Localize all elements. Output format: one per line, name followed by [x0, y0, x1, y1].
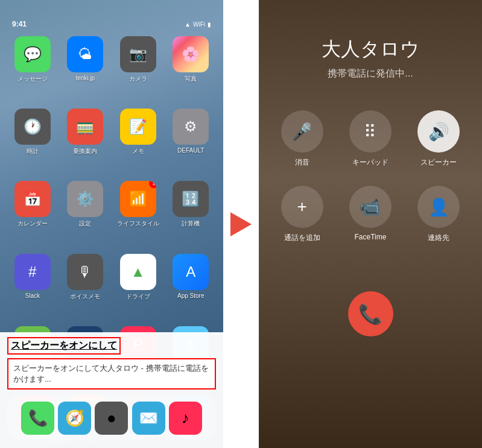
app-icon: 🔢 — [173, 181, 209, 217]
app-item[interactable]: AApp Store — [168, 254, 215, 317]
app-item[interactable]: ⚙️設定 — [62, 181, 109, 244]
app-icon-glyph: ⚙️ — [76, 191, 94, 207]
app-item[interactable]: ▲ドライブ — [115, 254, 162, 317]
app-icon-glyph: 📷 — [129, 46, 147, 63]
end-call-button[interactable]: 📞 — [348, 291, 393, 336]
app-icon: ⚙ — [173, 109, 209, 145]
battery-icon: ▮ — [208, 21, 211, 28]
app-icon-glyph: 📶 — [129, 191, 147, 207]
phone-right: 大人タロウ 携帯電話に発信中... 🎤消音⠿キーパッド🔊スピーカー+通話を追加📹… — [259, 0, 482, 448]
app-label: 写真 — [185, 75, 197, 83]
app-icon: 🕐 — [14, 109, 51, 145]
app-item[interactable]: 1📶ライフスタイル — [115, 181, 162, 244]
app-icon-glyph: 🚃 — [76, 118, 94, 135]
caller-name: 大人タロウ — [322, 36, 420, 63]
app-item[interactable]: 📷カメラ — [115, 36, 162, 99]
arrow-container — [223, 0, 259, 448]
app-icon-glyph: 🕐 — [24, 118, 42, 135]
app-icon-glyph: ⚙ — [184, 118, 197, 135]
app-label: メッセージ — [17, 75, 48, 83]
app-label: 乗換案内 — [73, 147, 97, 156]
end-call-icon: 📞 — [358, 303, 382, 326]
app-item[interactable]: ⚙DEFAULT — [168, 109, 215, 172]
app-icon: # — [14, 254, 51, 290]
app-item[interactable]: 🌸写真 — [168, 36, 215, 99]
app-item[interactable]: 💬メッセージ — [9, 36, 56, 99]
status-bar: 9:41 ▲ WiFi ▮ — [9, 18, 214, 30]
app-label: カレンダー — [17, 219, 48, 228]
app-label: メモ — [132, 147, 144, 156]
app-icon: A — [173, 254, 209, 290]
call-btn-circle: + — [281, 186, 323, 228]
app-item[interactable]: 🌤tenki.jp — [62, 36, 109, 99]
app-icon: 🎙 — [67, 254, 103, 290]
app-label: ライフスタイル — [117, 219, 159, 228]
app-label: ドライブ — [126, 292, 150, 301]
app-label: 設定 — [79, 219, 91, 228]
app-label: 計算機 — [182, 219, 200, 228]
call-buttons: 🎤消音⠿キーパッド🔊スピーカー+通話を追加📹FaceTime👤連絡先 — [274, 110, 467, 243]
call-btn-label: 消音 — [295, 157, 309, 168]
app-icon-glyph: 🎙 — [78, 263, 92, 280]
app-item[interactable]: 🎙ボイスメモ — [62, 254, 109, 317]
app-item[interactable]: 📅カレンダー — [9, 181, 56, 244]
call-btn-label: キーパッド — [352, 157, 388, 168]
app-icon-glyph: 🔢 — [182, 191, 200, 207]
call-btn-circle: 🔊 — [417, 110, 460, 153]
app-item[interactable]: 📝メモ — [115, 109, 162, 172]
status-icons: ▲ WiFi ▮ — [185, 21, 211, 28]
app-icon-glyph: A — [186, 263, 195, 280]
app-icon: 🌸 — [173, 36, 209, 72]
app-item[interactable]: 🔢計算機 — [168, 181, 215, 244]
app-icon-glyph: # — [28, 263, 36, 280]
app-icon: 📅 — [14, 181, 51, 217]
dock-icon[interactable]: 🧭 — [58, 402, 91, 435]
call-button[interactable]: 🎤消音 — [274, 110, 330, 168]
call-btn-circle: 📹 — [349, 186, 392, 228]
dock-icon[interactable]: ✉️ — [132, 402, 165, 435]
app-icon: 🚃 — [67, 109, 103, 145]
app-label: カメラ — [129, 75, 147, 83]
call-btn-label: FaceTime — [355, 233, 387, 241]
app-icon-glyph: 📅 — [24, 191, 42, 207]
call-btn-label: 通話を追加 — [284, 233, 320, 243]
wifi-icon: WiFi — [193, 21, 205, 28]
siri-overlay: スピーカーをオンにして スピーカーをオンにして大人タロウ - 携帯電話に電話をか… — [0, 332, 223, 448]
app-label: ボイスメモ — [70, 292, 100, 301]
app-icon: 📝 — [120, 109, 156, 145]
call-btn-circle: ⠿ — [349, 110, 392, 153]
app-icon: 📷 — [120, 36, 156, 72]
call-button[interactable]: 📹FaceTime — [342, 186, 398, 243]
app-icon-glyph: 🌸 — [182, 46, 200, 63]
app-item[interactable]: 🕐時計 — [9, 109, 56, 172]
app-icon-glyph: ▲ — [131, 263, 145, 280]
call-button[interactable]: 👤連絡先 — [411, 186, 467, 243]
app-label: 時計 — [27, 147, 39, 156]
app-icon-glyph: 💬 — [24, 46, 42, 63]
app-icon-glyph: 📝 — [129, 118, 147, 135]
app-label: App Store — [177, 292, 204, 299]
siri-title: スピーカーをオンにして — [7, 337, 121, 355]
app-label: tenki.jp — [75, 75, 95, 81]
call-status: 携帯電話に発信中... — [328, 68, 413, 80]
app-label: DEFAULT — [177, 147, 204, 154]
call-button[interactable]: 🔊スピーカー — [411, 110, 467, 168]
dock-icon[interactable]: ♪ — [169, 402, 202, 435]
app-item[interactable]: 🚃乗換案内 — [62, 109, 109, 172]
app-icon: 🌤 — [67, 36, 103, 72]
call-btn-circle: 👤 — [417, 186, 460, 228]
app-icon: 1📶 — [120, 181, 156, 217]
call-button[interactable]: +通話を追加 — [274, 186, 330, 243]
siri-body: スピーカーをオンにして大人タロウ - 携帯電話に電話をかけます... — [7, 358, 216, 390]
dock-icon[interactable]: 📞 — [21, 402, 54, 435]
call-button[interactable]: ⠿キーパッド — [342, 110, 398, 168]
dock-icon[interactable]: ● — [95, 402, 128, 435]
call-btn-circle: 🎤 — [281, 110, 323, 153]
app-icon-glyph: 🌤 — [78, 46, 92, 63]
call-btn-label: 連絡先 — [428, 233, 449, 243]
app-icon: ▲ — [120, 254, 156, 290]
app-item[interactable]: #Slack — [9, 254, 56, 317]
app-icon: 💬 — [14, 36, 51, 72]
app-label: Slack — [25, 292, 40, 299]
call-btn-label: スピーカー — [420, 157, 457, 168]
